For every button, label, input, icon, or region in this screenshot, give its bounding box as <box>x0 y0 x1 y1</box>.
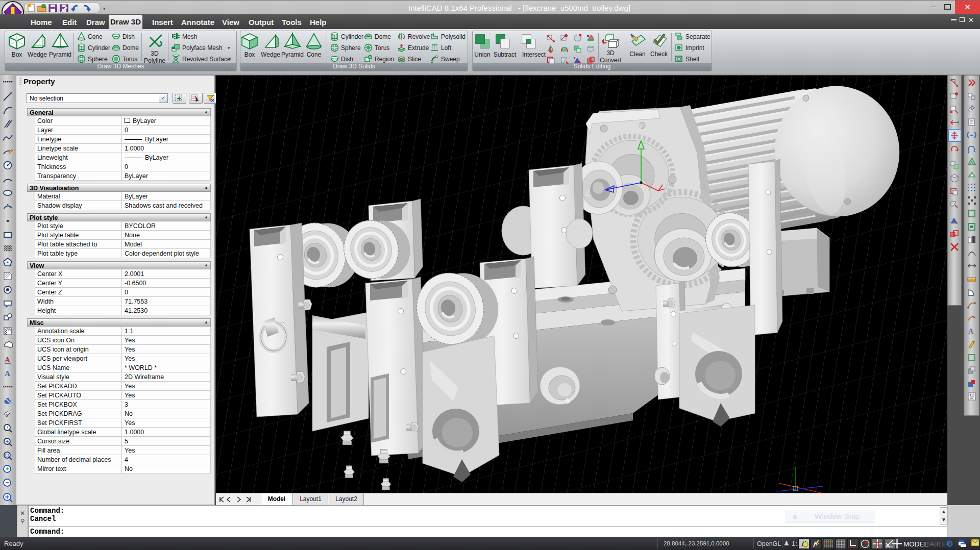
svg-text:A: A <box>5 356 10 364</box>
svg-text:Z: Z <box>585 189 591 197</box>
svg-text:A: A <box>5 369 10 378</box>
svg-text:Y: Y <box>638 122 643 131</box>
svg-text:A: A <box>968 328 974 335</box>
